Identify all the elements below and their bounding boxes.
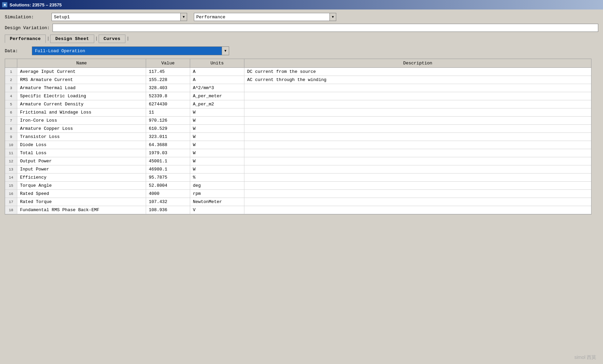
table-row: 5 Armature Current Density 6274430 A_per… [5,100,591,108]
col-header-value: Value [146,59,190,67]
cell-num: 1 [5,68,17,76]
cell-num: 4 [5,92,17,100]
cell-name: Input Power [17,165,146,173]
simulation-dropdown-arrow[interactable]: ▼ [180,13,187,21]
cell-num: 5 [5,100,17,108]
watermark: simol 西莫 [574,355,596,361]
cell-description [244,157,591,165]
design-variation-input[interactable] [53,24,598,32]
cell-description [244,92,591,100]
table-header: Name Value Units Description [5,59,591,68]
cell-value: 11 [146,108,190,116]
cell-num: 2 [5,76,17,84]
data-select-box[interactable]: Full-Load Operation [32,46,222,55]
title-bar-icon: ■ [2,2,7,7]
cell-units: W [190,157,244,165]
cell-description [244,190,591,198]
cell-name: Specific Electric Loading [17,92,146,100]
cell-units: A^2/mm^3 [190,84,244,92]
cell-value: 64.3688 [146,141,190,149]
data-table: Name Value Units Description 1 Average I… [5,59,591,215]
cell-description [244,141,591,149]
performance-dropdown-arrow[interactable]: ▼ [329,13,336,21]
cell-num: 9 [5,133,17,141]
tab-performance[interactable]: Performance [5,35,46,43]
cell-num: 16 [5,190,17,198]
cell-units: W [190,133,244,141]
tab-curves[interactable]: Curves [99,35,126,43]
cell-value: 45001.1 [146,157,190,165]
cell-units: deg [190,182,244,189]
cell-description [244,100,591,108]
cell-description [244,182,591,189]
simulation-select-wrapper: Setup1 ▼ [52,13,187,21]
cell-name: Armature Current Density [17,100,146,108]
tab-separator-2: | [95,36,99,41]
table-body: 1 Average Input Current 117.45 A DC curr… [5,68,591,214]
cell-value: 52339.8 [146,92,190,100]
cell-description: DC current from the source [244,68,591,76]
cell-value: 108.936 [146,206,190,214]
cell-name: Armature Copper Loss [17,125,146,133]
cell-description [244,174,591,181]
design-variation-row: Design Variation: [5,24,598,32]
cell-value: 970.126 [146,117,190,124]
simulation-row: Simulation: Setup1 ▼ Performance ▼ [5,13,598,21]
cell-name: Diode Loss [17,141,146,149]
cell-units: rpm [190,190,244,198]
cell-description [244,149,591,157]
cell-name: Efficiency [17,174,146,181]
table-row: 11 Total Loss 1979.03 W [5,149,591,157]
cell-value: 328.403 [146,84,190,92]
data-row: Data: Full-Load Operation ▼ [5,46,598,55]
data-dropdown-arrow[interactable]: ▼ [222,46,229,55]
tabs-container: Performance | Design Sheet | Curves | [5,35,598,43]
simulation-select-box[interactable]: Setup1 [52,13,180,21]
cell-num: 3 [5,84,17,92]
cell-units: A [190,76,244,84]
cell-num: 15 [5,182,17,189]
cell-name: Fundamental RMS Phase Back-EMF [17,206,146,214]
cell-units: W [190,108,244,116]
performance-select-box[interactable]: Performance [194,13,329,21]
cell-num: 6 [5,108,17,116]
tab-design-sheet[interactable]: Design Sheet [50,35,94,43]
cell-units: V [190,206,244,214]
cell-value: 52.8004 [146,182,190,189]
cell-value: 4000 [146,190,190,198]
cell-units: W [190,117,244,124]
cell-value: 6274430 [146,100,190,108]
cell-units: W [190,141,244,149]
cell-name: Rated Torque [17,198,146,206]
cell-value: 610.529 [146,125,190,133]
cell-name: Iron-Core Loss [17,117,146,124]
title-bar: ■ Solutions: 23575 – 23575 [0,0,603,9]
design-variation-label: Design Variation: [5,25,50,31]
col-header-num [5,59,17,67]
cell-num: 7 [5,117,17,124]
table-row: 4 Specific Electric Loading 52339.8 A_pe… [5,92,591,100]
cell-description [244,117,591,124]
cell-value: 323.011 [146,133,190,141]
cell-description [244,165,591,173]
cell-num: 13 [5,165,17,173]
watermark-text: simol 西莫 [574,355,596,360]
cell-description [244,125,591,133]
table-row: 3 Armature Thermal Load 328.403 A^2/mm^3 [5,84,591,92]
data-label: Data: [5,48,32,54]
cell-value: 1979.03 [146,149,190,157]
cell-name: RMS Armature Current [17,76,146,84]
cell-name: Output Power [17,157,146,165]
cell-num: 8 [5,125,17,133]
table-row: 1 Average Input Current 117.45 A DC curr… [5,68,591,76]
cell-units: A_per_meter [190,92,244,100]
cell-num: 14 [5,174,17,181]
tab-separator-1: | [46,36,50,41]
cell-num: 18 [5,206,17,214]
cell-value: 155.228 [146,76,190,84]
simulation-label: Simulation: [5,15,49,20]
cell-description [244,133,591,141]
cell-name: Transistor Loss [17,133,146,141]
cell-units: W [190,149,244,157]
cell-value: 107.432 [146,198,190,206]
